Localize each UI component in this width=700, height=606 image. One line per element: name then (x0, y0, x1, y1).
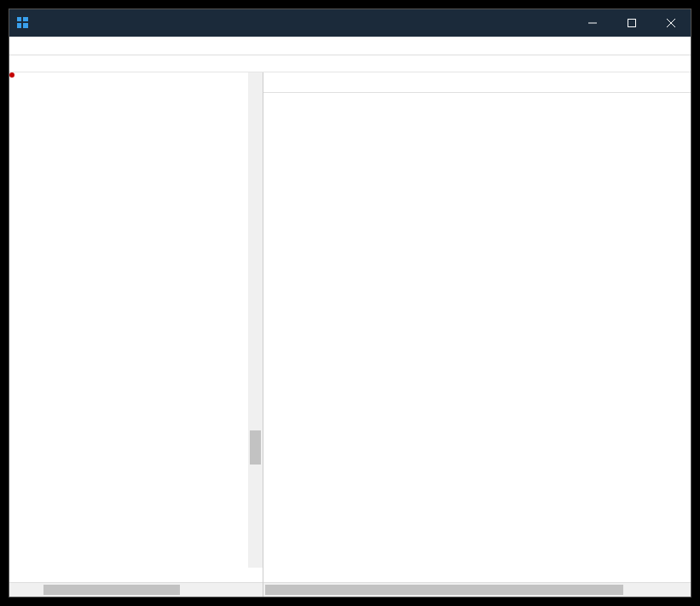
svg-rect-5 (628, 20, 636, 27)
tree-horizontal-scrollbar[interactable] (9, 582, 263, 597)
window-controls (573, 9, 691, 37)
tree-vertical-scrollbar[interactable] (248, 72, 263, 568)
col-header-type[interactable] (485, 79, 596, 86)
col-header-value[interactable] (596, 79, 691, 86)
tree-hscroll-thumb[interactable] (43, 585, 180, 595)
values-list[interactable] (263, 93, 691, 582)
values-horizontal-scrollbar[interactable] (263, 582, 691, 597)
menu-favorites[interactable] (54, 44, 67, 48)
app-icon (16, 16, 30, 30)
tree-vscroll-thumb[interactable] (250, 430, 261, 465)
minimize-button[interactable] (573, 9, 612, 37)
menu-help[interactable] (67, 44, 81, 48)
col-header-name[interactable] (263, 79, 485, 86)
tree-scroll[interactable] (9, 72, 263, 582)
svg-rect-0 (17, 17, 21, 21)
menu-view[interactable] (40, 44, 54, 48)
tree-pane (9, 72, 263, 597)
svg-rect-2 (17, 23, 21, 28)
menu-file[interactable] (13, 44, 26, 48)
highlight-annotation (9, 72, 14, 78)
column-headers (263, 72, 691, 93)
address-bar[interactable] (9, 55, 691, 72)
titlebar[interactable] (9, 9, 691, 37)
svg-rect-3 (23, 23, 28, 28)
menubar (9, 37, 691, 55)
maximize-button[interactable] (612, 9, 651, 37)
values-hscroll-thumb[interactable] (265, 585, 623, 595)
close-button[interactable] (651, 9, 691, 37)
app-window (9, 9, 691, 597)
content-area (9, 72, 691, 597)
svg-rect-1 (23, 17, 28, 21)
values-pane (263, 72, 691, 597)
menu-edit[interactable] (26, 44, 40, 48)
